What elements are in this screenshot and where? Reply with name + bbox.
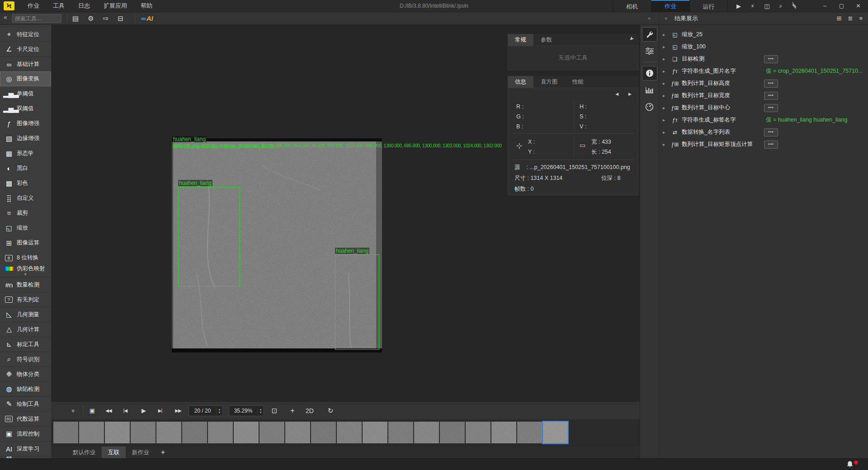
- menu-extensions[interactable]: 扩展应用: [97, 0, 134, 12]
- tab-run[interactable]: 运行: [689, 0, 728, 12]
- thumbnail-7[interactable]: [208, 422, 233, 443]
- play-icon[interactable]: ▶: [138, 402, 149, 420]
- tab-new-job[interactable]: 新作业: [126, 446, 156, 458]
- minimize-button[interactable]: –: [816, 0, 833, 12]
- lightning-icon[interactable]: ⚡: [750, 3, 755, 9]
- sidebar-item-1-4[interactable]: ▦形态学: [0, 146, 51, 161]
- more-button[interactable]: •••: [764, 80, 778, 88]
- layers-icon[interactable]: ≣: [848, 15, 853, 22]
- expand-icon[interactable]: ▸: [663, 69, 669, 74]
- zoom-level-stepper[interactable]: 35.29% ▴▾: [229, 405, 264, 416]
- sidebar-item-2-1[interactable]: ?有无判定: [0, 292, 51, 307]
- sidebar-item-2-10[interactable]: ▣流程控制: [0, 426, 51, 441]
- thumbnail-9[interactable]: [259, 422, 284, 443]
- loop-icon[interactable]: ↻: [325, 402, 336, 420]
- restore-button[interactable]: ▢: [833, 0, 850, 12]
- sidebar-item-1-8[interactable]: ⌗裁剪: [0, 206, 51, 221]
- sidebar-item-2-8[interactable]: ✎绘制工具: [0, 396, 51, 411]
- lock-icon[interactable]: ◫: [764, 3, 769, 9]
- expand-icon[interactable]: ▸: [663, 44, 669, 49]
- menu-icon[interactable]: ≡: [859, 15, 863, 22]
- collapse-icon[interactable]: «: [665, 12, 667, 24]
- result-row-6[interactable]: ▸ƒ⊞数列计算_目标中心•••: [659, 102, 868, 114]
- fast-forward-icon[interactable]: ▶▶: [172, 402, 184, 420]
- result-row-0[interactable]: ▸◱缩放_25: [659, 28, 868, 41]
- settings-icon[interactable]: ⚙: [88, 14, 94, 23]
- expand-icon[interactable]: ▸: [663, 56, 669, 61]
- next-frame-icon[interactable]: ▶|: [155, 402, 165, 420]
- sidebar-item-2-0[interactable]: #n数量检测: [0, 277, 51, 292]
- more-button[interactable]: •••: [764, 141, 778, 149]
- export-icon[interactable]: ⇨: [103, 14, 109, 23]
- sidebar-item-1-3[interactable]: ▧边缘增强: [0, 131, 51, 146]
- sidebar-item-2-2[interactable]: ◺几何测量: [0, 307, 51, 322]
- add-job-button[interactable]: +: [156, 446, 171, 458]
- tab-default-job[interactable]: 默认作业: [66, 446, 102, 458]
- tab-interconnect[interactable]: 互联: [102, 446, 126, 458]
- tab-general[interactable]: 常规: [508, 34, 533, 46]
- thumbnail-8[interactable]: [234, 422, 259, 443]
- sidebar-item-2-4[interactable]: ⊾标定工具: [0, 337, 51, 352]
- tool-search-input[interactable]: [12, 14, 61, 23]
- sidebar-item-1-10[interactable]: ⊞图像运算: [0, 235, 51, 250]
- sliders-icon[interactable]: [642, 44, 657, 58]
- collapse-icon[interactable]: »: [68, 402, 78, 420]
- tab-camera[interactable]: 相机: [613, 0, 651, 12]
- prev-arrow-icon[interactable]: ◀: [615, 92, 618, 96]
- thumbnail-3[interactable]: [105, 422, 130, 443]
- tab-performance[interactable]: 性能: [565, 76, 591, 88]
- result-row-2[interactable]: ▸❑目标检测•••: [659, 53, 868, 65]
- more-button[interactable]: •••: [764, 128, 778, 136]
- ai-logo[interactable]: ∞AI: [141, 12, 153, 24]
- sidebar-item-1-0[interactable]: ▂▅▃单阈值: [0, 86, 51, 101]
- more-button[interactable]: •••: [764, 92, 778, 100]
- thumbnail-4[interactable]: [131, 422, 156, 443]
- more-button[interactable]: •••: [764, 55, 778, 63]
- collapse-results-icon[interactable]: «: [648, 15, 651, 21]
- sidebar-item-1-2[interactable]: ƒ图像增强: [0, 116, 51, 131]
- tab-job[interactable]: 作业: [651, 0, 689, 12]
- tab-info[interactable]: 信息: [508, 76, 533, 88]
- thumbnail-12[interactable]: [337, 422, 362, 443]
- frame-counter-stepper[interactable]: 20 / 20 ▴▾: [189, 405, 223, 416]
- thumbnail-20[interactable]: [543, 422, 568, 443]
- thumbnail-10[interactable]: [285, 422, 310, 443]
- sidebar-item-0-2[interactable]: ∞基础计算: [0, 56, 51, 71]
- expand-icon[interactable]: ▸: [663, 93, 669, 98]
- sidebar-item-1-6[interactable]: ▩彩色: [0, 176, 51, 191]
- result-row-9[interactable]: ▸ƒ⊞数列计算_目标矩形顶点计算•••: [659, 138, 868, 150]
- sidebar-item-1-12[interactable]: 伪彩色映射: [0, 265, 51, 272]
- expand-icon[interactable]: ▸: [663, 81, 669, 86]
- sidebar-item-0-3[interactable]: ◎图像变换: [0, 71, 51, 86]
- thumbnail-17[interactable]: [466, 422, 491, 443]
- info-icon[interactable]: [642, 66, 657, 80]
- expand-icon[interactable]: ▸: [663, 130, 669, 135]
- histogram-icon[interactable]: [642, 83, 657, 97]
- sidebar-item-2-3[interactable]: △几何计算: [0, 322, 51, 337]
- thumbnail-5[interactable]: [156, 422, 181, 443]
- mode-2d-button[interactable]: 2D: [303, 402, 316, 420]
- more-button[interactable]: •••: [764, 104, 778, 112]
- folder-add-icon[interactable]: ⊞: [837, 15, 842, 22]
- menu-tools[interactable]: 工具: [46, 0, 71, 12]
- thumbnail-2[interactable]: [79, 422, 104, 443]
- thumbnail-15[interactable]: [414, 422, 439, 443]
- next-arrow-icon[interactable]: ▶: [628, 92, 632, 96]
- result-row-5[interactable]: ▸ƒ⊞数列计算_目标宽度•••: [659, 89, 868, 102]
- collapse-toolbox-icon[interactable]: «: [4, 14, 7, 21]
- sidebar-item-2-6[interactable]: ❉物体分类: [0, 367, 51, 381]
- tab-histogram[interactable]: 直方图: [533, 76, 565, 88]
- gauge-icon[interactable]: [642, 99, 657, 114]
- close-button[interactable]: ✕: [850, 0, 867, 12]
- sidebar-item-1-9[interactable]: ◱缩放: [0, 221, 51, 235]
- sidebar-item-2-7[interactable]: ◍缺陷检测: [0, 381, 51, 396]
- pin-icon[interactable]: ➤: [627, 35, 635, 42]
- menu-job[interactable]: 作业: [21, 0, 46, 12]
- menu-log[interactable]: 日志: [71, 0, 97, 12]
- thumbnail-14[interactable]: [388, 422, 413, 443]
- result-row-7[interactable]: ▸ƒт字符串生成_标签名字值 = huahen_liang huahen_lia…: [659, 114, 868, 126]
- sidebar-item-0-1[interactable]: ∠卡尺定位: [0, 42, 51, 56]
- center-view-icon[interactable]: +: [287, 402, 298, 420]
- result-row-4[interactable]: ▸ƒ⊞数列计算_目标高度•••: [659, 77, 868, 89]
- run-play-icon[interactable]: ▶: [736, 3, 741, 9]
